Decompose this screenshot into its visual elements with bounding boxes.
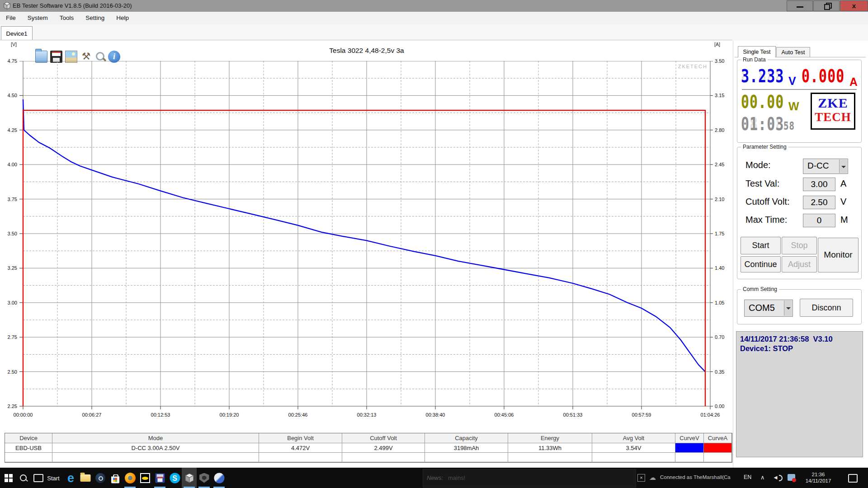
microsoft-store-taskbar-button[interactable] [108,468,123,488]
file-explorer-taskbar-button[interactable] [78,468,93,488]
max-time-unit: M [840,215,848,225]
close-button[interactable]: x [840,0,868,11]
search-icon [19,474,28,483]
edge-taskbar-button[interactable]: e [63,468,78,488]
column-header: Energy [508,433,592,443]
chevron-down-icon[interactable] [784,300,792,316]
volume-icon[interactable]: ◄ [773,468,783,488]
clock[interactable]: 21:36 14/11/2017 [799,468,837,488]
x-axis-tick: 00:00:00 [6,412,40,418]
x-axis-tick: 00:38:40 [418,412,453,418]
tab-auto-test[interactable]: Auto Test [776,47,810,57]
max-time-input[interactable]: 0 [803,214,835,227]
disconnect-button[interactable]: Disconn [800,299,853,317]
table-cell: D-CC 3.00A 2.50V [52,443,259,453]
menu-item-help[interactable]: Help [110,12,135,21]
the-bat-mail-taskbar-button[interactable] [137,468,152,488]
minimize-button[interactable] [787,0,813,11]
x-axis-tick: 00:45:06 [487,412,521,418]
menu-item-file[interactable]: File [0,12,22,21]
table-header-row: DeviceModeBegin VoltCutoff VoltCapacityE… [5,433,732,443]
voltage-unit: V [788,75,796,88]
log-line: 14/11/2017 21:36:58 V3.10 [740,334,859,344]
column-header: Device [5,433,52,443]
steam-icon [95,473,105,483]
window-titlebar: EB Tester Software V1.8.5 (Build 2016-03… [0,0,868,12]
curve-current [23,110,705,406]
steam-taskbar-button[interactable] [93,468,108,488]
power-unit: W [788,100,799,113]
language-indicator[interactable]: EN [744,468,751,488]
table-cell [675,453,704,462]
continue-button[interactable]: Continue [741,256,781,272]
table-cell: 3.54V [592,443,675,453]
tray-expand-chevron[interactable]: ∧ [760,468,765,488]
left-axis-tick: 2.25 [0,404,17,409]
tray-time: 21:36 [799,471,837,478]
chevron-down-icon[interactable] [839,160,847,173]
right-axis-unit: [A] [714,42,720,47]
cutoff-volt-unit: V [840,197,846,207]
column-header: Capacity [425,433,508,443]
edge-icon: e [67,472,74,484]
restore-button[interactable] [813,0,840,11]
menu-item-tools[interactable]: Tools [54,12,80,21]
firefox-taskbar-button[interactable] [123,468,137,488]
menu-item-system[interactable]: System [22,12,54,21]
parameter-setting-label: Parameter Setting [741,144,788,150]
ticker-close-button[interactable]: × [637,468,646,488]
eb-tester-taskbar-button[interactable] [182,468,197,488]
current-unit: A [849,75,858,89]
chart-title: Tesla 3022 4,48-2,5v 3a [23,47,710,55]
test-val-input[interactable]: 3.00 [803,178,835,191]
column-header: Cutoff Volt [342,433,425,443]
search-taskbar-button[interactable] [16,468,31,488]
winamp-taskbar-button[interactable] [212,468,226,488]
table-cell [5,453,52,462]
mode-dropdown[interactable]: D-CC [803,159,848,174]
monitor-button[interactable]: Monitor [818,238,859,272]
table-cell [425,453,508,462]
x-axis-tick: 00:19:20 [212,412,246,418]
cutoff-volt-input[interactable]: 2.50 [803,196,835,209]
com-port-dropdown[interactable]: COM5 [744,300,793,317]
left-axis-unit: [V] [11,42,17,47]
start-toolbar-taskbar-button[interactable]: Start [44,468,62,488]
table-cell: 4.472V [259,443,342,453]
power-display: 88.8800.00 [741,93,784,111]
max-time-label: Max Time: [745,215,787,225]
floppy-icon [155,473,165,483]
left-axis-tick: 2.75 [0,334,17,340]
winamp-icon [214,473,224,483]
menu-item-setting[interactable]: Setting [80,12,110,21]
right-axis-tick: 3.15 [715,93,732,98]
x-axis-tick: 00:12:53 [143,412,178,418]
skype-icon: S [170,473,180,483]
tray-date: 14/11/2017 [799,478,837,484]
left-axis-tick: 4.00 [0,162,17,167]
x-axis-tick: 00:51:33 [556,412,590,418]
menu-bar: FileSystemToolsSettingHelp [0,12,868,24]
adjust-button[interactable]: Adjust [782,256,817,272]
tab-single-test[interactable]: Single Test [738,46,776,57]
column-header: Avg Volt [592,433,675,443]
stop-button[interactable]: Stop [782,237,817,254]
table-cell [592,453,675,462]
news-ticker: News: mains! [423,469,636,488]
start-menu-taskbar-button[interactable] [1,468,16,488]
cloud-icon[interactable]: ☁ [649,468,656,488]
task-view-taskbar-button[interactable] [31,468,46,488]
column-header: Begin Volt [259,433,342,443]
world-of-tanks-taskbar-button[interactable] [197,468,212,488]
skype-taskbar-button[interactable]: S [167,468,182,488]
column-header: CurveA [704,433,732,443]
left-axis-tick: 4.75 [0,58,17,64]
table-cell [675,443,704,453]
eb-data-app-taskbar-button[interactable] [152,468,167,488]
device1-tab[interactable]: Device1 [1,26,33,40]
start-button[interactable]: Start [741,237,781,254]
firefox-icon [125,473,136,483]
table-cell [704,443,732,453]
column-header: Mode [52,433,259,443]
window-title: EB Tester Software V1.8.5 (Build 2016-03… [13,2,132,9]
